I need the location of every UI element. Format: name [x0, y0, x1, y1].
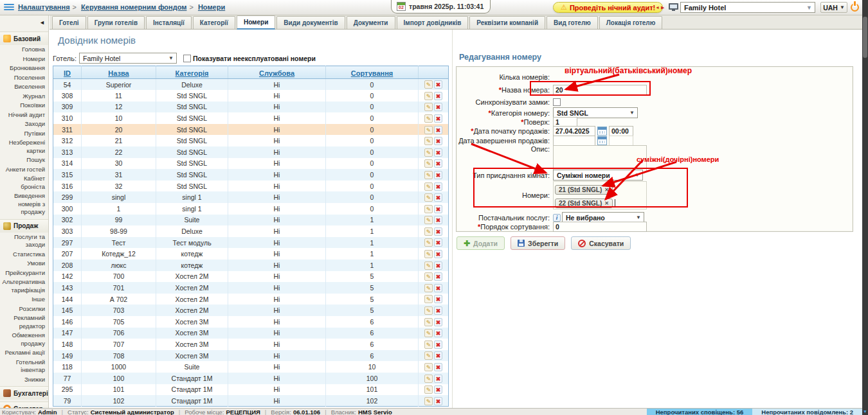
delete-row-icon[interactable] — [434, 318, 442, 326]
table-row[interactable]: 208 люкс котедж Ні 1 — [53, 260, 449, 271]
sidebar-entry[interactable]: Рекламний редактор — [0, 313, 49, 331]
delete-row-icon[interactable] — [434, 92, 442, 100]
sidebar-entry[interactable]: Головна — [0, 45, 49, 55]
delete-row-icon[interactable] — [434, 261, 442, 270]
delete-row-icon[interactable] — [434, 375, 442, 383]
remove-tag-icon[interactable] — [604, 187, 609, 193]
table-row[interactable]: 308 11 Std SNGL Ні 0 — [53, 90, 449, 102]
room-tag[interactable]: 22 (Std SNGL) — [555, 199, 613, 208]
table-row[interactable]: 142 700 Хостел 2М Ні 5 — [53, 271, 449, 283]
show-unused-checkbox[interactable] — [183, 55, 191, 62]
edit-row-icon[interactable] — [424, 295, 433, 303]
sidebar-entry[interactable]: Базовий — [0, 31, 49, 45]
delete-row-icon[interactable] — [434, 171, 442, 179]
edit-row-icon[interactable] — [424, 250, 433, 258]
calendar-picker-icon[interactable] — [597, 136, 607, 145]
edit-row-icon[interactable] — [424, 216, 433, 224]
tab[interactable]: Категорії — [193, 16, 235, 29]
table-row[interactable]: 314 30 Std SNGL Ні 0 — [53, 158, 449, 170]
sidebar-entry[interactable]: Умови — [0, 259, 49, 269]
table-row[interactable]: 313 22 Std SNGL Ні 0 — [53, 146, 449, 158]
edit-row-icon[interactable] — [424, 193, 433, 202]
sale-start-time-input[interactable] — [609, 126, 633, 136]
sidebar-entry[interactable]: Журнал — [0, 92, 49, 102]
window-scrollbar[interactable]: ▼ — [862, 0, 868, 415]
description-textarea[interactable] — [553, 145, 647, 172]
tab[interactable]: Готелі — [52, 16, 86, 29]
table-row[interactable]: 302 99 Suite Ні 1 — [53, 215, 449, 226]
sidebar-entry[interactable]: Статистика — [0, 250, 49, 260]
power-icon[interactable] — [851, 3, 859, 12]
table-row[interactable]: 146 705 Хостел 3М Ні 6 — [53, 316, 449, 328]
sale-start-date-input[interactable] — [553, 126, 595, 136]
menu-icon[interactable] — [4, 4, 14, 12]
table-row[interactable]: 149 708 Хостел 3М Ні 6 — [53, 350, 449, 362]
add-button[interactable]: Додати — [457, 236, 505, 250]
edit-row-icon[interactable] — [424, 329, 433, 337]
edit-row-icon[interactable] — [424, 137, 433, 145]
edit-row-icon[interactable] — [424, 375, 433, 383]
linked-rooms-box[interactable]: 21 (Std SNGL) 22 (Std SNGL) — [553, 181, 647, 209]
sidebar-entry[interactable]: Обмеження продажу — [0, 331, 49, 348]
table-row[interactable]: 300 1 singl 1 Ні 0 — [53, 203, 449, 215]
table-row[interactable]: 315 31 Std SNGL Ні 0 — [53, 169, 449, 181]
delete-row-icon[interactable] — [434, 137, 442, 145]
table-row[interactable]: 147 706 Хостел 3М Ні 6 — [53, 328, 449, 339]
table-row[interactable]: 295 101 Стандарт 1М Ні 101 — [53, 384, 449, 396]
delete-row-icon[interactable] — [434, 250, 442, 258]
edit-row-icon[interactable] — [424, 171, 433, 179]
edit-row-icon[interactable] — [424, 114, 433, 123]
sidebar-entry[interactable]: Секретар — [0, 402, 49, 408]
sidebar-entry[interactable]: Путівки — [0, 129, 49, 139]
delete-row-icon[interactable] — [434, 227, 442, 236]
edit-row-icon[interactable] — [424, 103, 433, 111]
currency-select[interactable]: UAH ▼ — [820, 2, 847, 13]
delete-row-icon[interactable] — [434, 295, 442, 303]
sort-by-id-link[interactable]: ID — [64, 69, 71, 77]
edit-row-icon[interactable] — [424, 182, 433, 191]
calendar-picker-icon[interactable] — [597, 127, 607, 136]
sidebar-entry[interactable]: Виселення — [0, 82, 49, 92]
sidebar-entry[interactable]: Кабінет броніста — [0, 174, 49, 191]
edit-row-icon[interactable] — [424, 306, 433, 315]
delete-row-icon[interactable] — [434, 363, 442, 371]
sidebar-entry[interactable]: Альтернативна тарифікація — [0, 278, 49, 295]
table-row[interactable]: 299 singl singl 1 Ні 0 — [53, 191, 449, 203]
sort-order-input[interactable] — [553, 222, 647, 232]
sidebar-entry[interactable]: Послуги та заходи — [0, 233, 49, 250]
sidebar-entry[interactable]: Готельний інвентар — [0, 358, 49, 375]
table-row[interactable]: 207 Котедж_12 котедж Ні 1 — [53, 248, 449, 260]
delete-row-icon[interactable] — [434, 306, 442, 315]
table-row[interactable]: 309 12 Std SNGL Ні 0 — [53, 102, 449, 113]
sidebar-entry[interactable]: Інше — [0, 295, 49, 305]
tab[interactable]: Види документів — [276, 16, 345, 29]
table-row[interactable]: 145 703 Хостел 2М Ні 5 — [53, 305, 449, 316]
delete-row-icon[interactable] — [434, 193, 442, 202]
notification-chip[interactable]: Непрочитаних повідомлень: 2 — [752, 409, 862, 415]
tab[interactable]: Інсталяції — [146, 16, 192, 29]
tab[interactable]: Вид готелю — [547, 16, 598, 29]
sidebar-entry[interactable]: Незбережені картки — [0, 138, 49, 155]
table-row[interactable]: 311 20 Std SNGL Ні 0 — [53, 124, 449, 136]
table-row[interactable]: 312 21 Std SNGL Ні 0 — [53, 135, 449, 146]
tab[interactable]: Імпорт довідників — [397, 16, 469, 29]
room-name-input[interactable] — [553, 85, 647, 95]
delete-row-icon[interactable] — [434, 114, 442, 123]
tab[interactable]: Локація готелю — [599, 16, 662, 29]
table-row[interactable]: 77 100 Стандарт 1М Ні 100 — [53, 373, 449, 384]
night-audit-button[interactable]: ⚠ Проведіть нічний аудит! — [553, 2, 663, 13]
breadcrumb-link[interactable]: Керування номерним фондом — [81, 3, 186, 11]
table-row[interactable]: 316 32 Std SNGL Ні 0 — [53, 181, 449, 192]
delete-row-icon[interactable] — [434, 182, 442, 191]
delete-row-icon[interactable] — [434, 126, 442, 134]
sale-end-time-input[interactable] — [609, 136, 633, 146]
breadcrumb-link[interactable]: Номери — [198, 3, 225, 11]
sidebar-entry[interactable]: Заходи — [0, 119, 49, 129]
tab[interactable]: Документи — [347, 16, 395, 29]
edit-row-icon[interactable] — [424, 159, 433, 168]
edit-row-icon[interactable] — [424, 148, 433, 157]
breadcrumb-link[interactable]: Налаштування — [18, 3, 70, 11]
sidebar-entry[interactable]: Рекламні акції — [0, 348, 49, 358]
sort-by-category-link[interactable]: Категорія — [176, 69, 209, 77]
edit-row-icon[interactable] — [424, 385, 433, 394]
